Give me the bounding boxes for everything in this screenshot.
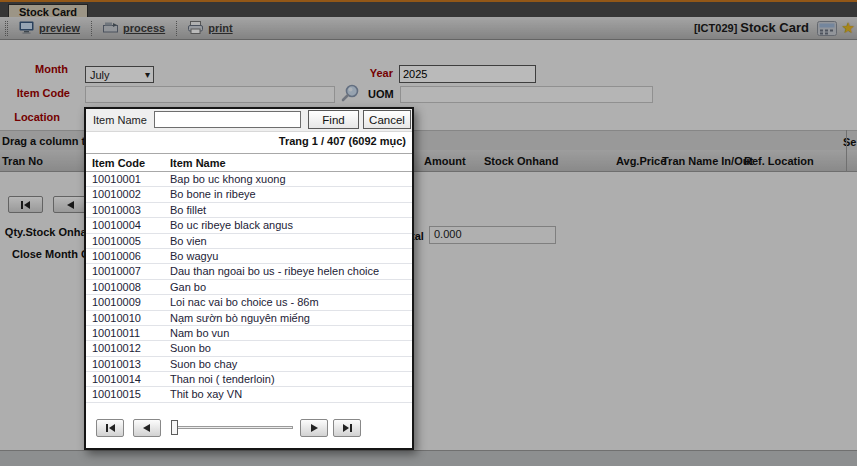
list-item[interactable]: 10010011Nam bo vun <box>86 326 412 341</box>
list-item[interactable]: 10010013Suon bo chay <box>86 357 412 372</box>
dialog-first-page-button[interactable] <box>96 419 124 437</box>
list-item[interactable]: 10010003Bo fillet <box>86 203 412 218</box>
list-item[interactable]: 10010008Gan bo <box>86 280 412 295</box>
dialog-next-page-button[interactable] <box>300 419 328 437</box>
page-slider-thumb[interactable] <box>171 420 178 435</box>
list-item[interactable]: 10010001Bap bo uc khong xuong <box>86 172 412 187</box>
dialog-column-item-code: Item Code <box>92 157 145 169</box>
item-search-dialog: Item Name Find Cancel Trang 1 / 407 (609… <box>84 107 414 450</box>
dialog-prev-page-button[interactable] <box>133 419 161 437</box>
list-item[interactable]: 10010007Dau than ngoai bo us - ribeye he… <box>86 264 412 279</box>
dialog-pager <box>86 417 412 441</box>
list-item[interactable]: 10010004Bo uc ribeye black angus <box>86 218 412 233</box>
cancel-button[interactable]: Cancel <box>363 110 411 129</box>
item-name-input[interactable] <box>154 111 301 128</box>
item-name-label: Item Name <box>93 114 147 126</box>
stock-card-app: Stock Card preview process print [ICT029… <box>0 0 857 466</box>
dialog-last-page-button[interactable] <box>333 419 361 437</box>
find-button[interactable]: Find <box>308 110 359 129</box>
list-item[interactable]: 10010002Bo bone in ribeye <box>86 187 412 202</box>
list-item[interactable]: 10010010Nạm sườn bò nguyên miếng <box>86 311 412 326</box>
dialog-column-header: Item Code Item Name <box>86 153 412 172</box>
list-item[interactable]: 10010005Bo vien <box>86 234 412 249</box>
dialog-column-item-name: Item Name <box>170 157 226 169</box>
list-item[interactable]: 10010006Bo wagyu <box>86 249 412 264</box>
list-item[interactable]: 10010012Suon bo <box>86 341 412 356</box>
paging-info: Trang 1 / 407 (6092 mục) <box>86 135 406 147</box>
page-slider-track[interactable] <box>171 426 293 429</box>
dialog-search-row: Item Name Find Cancel <box>86 109 412 132</box>
list-item[interactable]: 10010009Loi nac vai bo choice us - 86m <box>86 295 412 310</box>
item-list: 10010001Bap bo uc khong xuong 10010002Bo… <box>86 172 412 403</box>
list-item[interactable]: 10010015Thit bo xay VN <box>86 387 412 402</box>
list-item[interactable]: 10010014Than noi ( tenderloin) <box>86 372 412 387</box>
